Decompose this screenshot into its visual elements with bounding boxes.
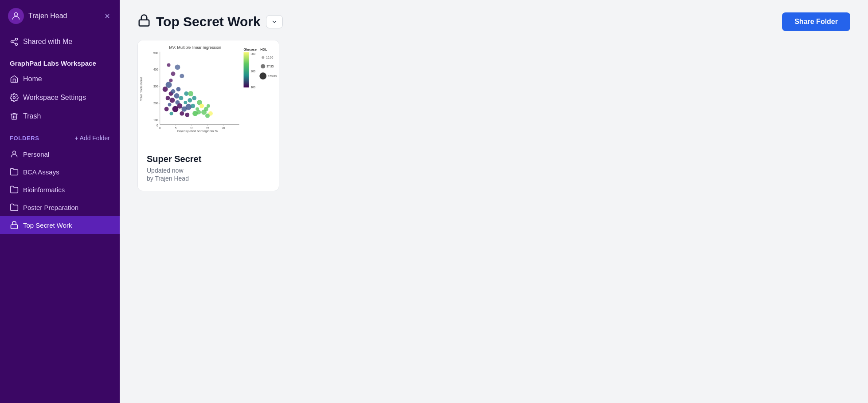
user-info[interactable]: Trajen Head (8, 8, 67, 24)
folder-top-secret-label: Top Secret Work (23, 221, 72, 229)
sidebar-item-shared[interactable]: Shared with Me (0, 32, 120, 51)
folder-bioinformatics-label: Bioinformatics (23, 186, 65, 194)
svg-point-71 (171, 71, 176, 76)
svg-point-70 (205, 114, 210, 118)
svg-point-75 (169, 79, 173, 82)
svg-point-86 (259, 72, 266, 79)
svg-point-49 (177, 103, 182, 109)
svg-point-74 (180, 74, 184, 78)
svg-point-7 (13, 151, 16, 154)
svg-text:100: 100 (250, 86, 255, 89)
folder-icon (10, 167, 19, 176)
svg-line-4 (13, 42, 16, 43)
svg-point-56 (185, 113, 189, 117)
file-card-info: Super Secret Updated now by Trajen Head (138, 147, 279, 191)
share-folder-button[interactable]: Share Folder (782, 12, 850, 31)
files-grid: MV: Multiple linear regression Total cho… (120, 40, 868, 209)
folder-item-poster-preparation[interactable]: Poster Preparation (0, 198, 120, 216)
svg-text:500: 500 (153, 51, 158, 55)
file-card-super-secret[interactable]: MV: Multiple linear regression Total cho… (137, 40, 279, 191)
svg-text:10: 10 (190, 126, 194, 130)
trash-icon (10, 112, 19, 121)
page-title-lock-icon (137, 14, 151, 30)
svg-point-58 (188, 91, 193, 96)
folder-item-bca-assays[interactable]: BCA Assays (0, 163, 120, 181)
lock-icon (10, 221, 19, 229)
workspace-settings-label: Workspace Settings (23, 94, 86, 102)
svg-point-73 (167, 63, 171, 67)
folder-icon (10, 185, 19, 194)
sidebar-item-workspace-settings[interactable]: Workspace Settings (0, 88, 120, 107)
svg-point-37 (166, 96, 170, 100)
file-updated: Updated now (147, 167, 270, 174)
svg-point-46 (174, 93, 179, 99)
svg-text:300: 300 (153, 85, 158, 88)
file-card-preview: MV: Multiple linear regression Total cho… (138, 40, 279, 147)
svg-point-6 (13, 97, 16, 99)
folder-icon (10, 203, 19, 212)
svg-point-59 (191, 104, 195, 108)
workspace-name: GraphPad Labs Workspace (0, 51, 120, 70)
file-author: by Trajen Head (147, 175, 270, 182)
file-name: Super Secret (147, 154, 270, 164)
svg-text:MV: Multiple linear regression: MV: Multiple linear regression (169, 45, 221, 50)
svg-text:400: 400 (153, 68, 158, 71)
page-title-area: Top Secret Work (137, 14, 283, 30)
sidebar-item-home[interactable]: Home (0, 70, 120, 88)
sidebar-item-trash[interactable]: Trash (0, 107, 120, 126)
svg-point-47 (170, 112, 173, 115)
svg-point-55 (185, 104, 192, 110)
svg-point-40 (168, 103, 172, 107)
user-name: Trajen Head (28, 12, 67, 20)
sidebar-header: Trajen Head × (0, 0, 120, 32)
folder-poster-label: Poster Preparation (23, 204, 78, 211)
settings-icon (10, 93, 19, 102)
folder-item-personal[interactable]: Personal (0, 145, 120, 163)
svg-text:Glucose: Glucose (244, 47, 257, 51)
svg-text:5: 5 (175, 126, 177, 130)
svg-text:15: 15 (206, 126, 209, 130)
svg-text:0: 0 (156, 124, 158, 127)
main-content-area: Top Secret Work Share Folder MV: Multipl… (120, 0, 868, 403)
svg-point-53 (184, 101, 187, 104)
svg-point-43 (164, 107, 169, 111)
share-icon (10, 37, 19, 46)
home-label: Home (23, 75, 42, 83)
svg-rect-77 (244, 52, 249, 87)
main-header: Top Secret Work Share Folder (120, 0, 868, 40)
svg-line-5 (13, 40, 16, 41)
shared-with-me-label: Shared with Me (23, 38, 72, 46)
chart-svg: MV: Multiple linear regression Total cho… (138, 40, 279, 147)
svg-text:HDL: HDL (260, 47, 267, 51)
close-button[interactable]: × (103, 10, 112, 22)
svg-rect-9 (139, 20, 149, 26)
svg-point-57 (188, 98, 192, 103)
folder-personal-label: Personal (23, 150, 49, 158)
svg-text:200: 200 (250, 70, 255, 73)
folder-item-bioinformatics[interactable]: Bioinformatics (0, 181, 120, 198)
svg-text:Glycosylated hemoglobin %: Glycosylated hemoglobin % (177, 129, 218, 133)
svg-text:0: 0 (159, 126, 161, 130)
svg-text:10.00: 10.00 (266, 56, 274, 59)
svg-rect-8 (11, 225, 18, 229)
svg-point-68 (207, 104, 210, 108)
svg-text:300: 300 (250, 52, 255, 55)
svg-text:Total cholesterol: Total cholesterol (139, 77, 143, 101)
page-title: Top Secret Work (156, 14, 261, 29)
folders-section-header: FOLDERS + Add Folder (0, 126, 120, 145)
folder-bca-label: BCA Assays (23, 168, 59, 176)
user-icon (10, 150, 19, 158)
title-dropdown-button[interactable] (266, 15, 283, 28)
avatar (8, 8, 24, 24)
folder-item-top-secret-work[interactable]: Top Secret Work (0, 216, 120, 234)
svg-point-65 (199, 104, 204, 108)
svg-point-0 (14, 13, 17, 16)
svg-text:100: 100 (153, 119, 158, 122)
folders-label: FOLDERS (10, 135, 39, 142)
add-folder-button[interactable]: + Add Folder (74, 134, 110, 142)
svg-point-84 (261, 64, 265, 68)
svg-text:20: 20 (222, 126, 225, 130)
svg-point-41 (170, 98, 175, 103)
trash-label: Trash (23, 112, 41, 120)
svg-point-51 (180, 111, 184, 116)
